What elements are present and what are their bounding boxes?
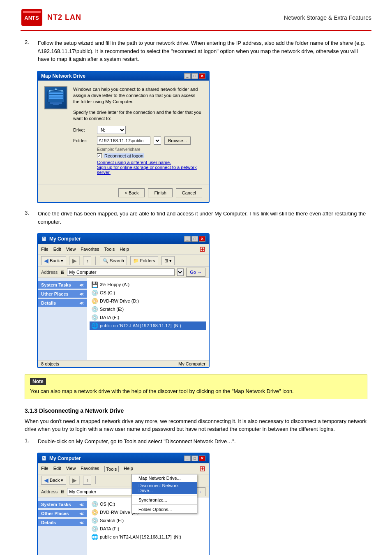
folder-input[interactable] <box>97 136 150 145</box>
folder-dropdown[interactable] <box>154 136 161 145</box>
back2-toolbar-btn[interactable]: ◀ Back ▾ <box>41 476 66 485</box>
drive-n[interactable]: 🌐 public on 'NT2-LAN [192.168.11.17]' (N… <box>90 321 206 330</box>
close-button[interactable]: ✕ <box>199 73 205 79</box>
drive2-e[interactable]: 💿 Scratch (E:) <box>90 516 206 525</box>
menu2-file[interactable]: File <box>41 466 48 472</box>
online-storage-link[interactable]: Sign up for online storage or connect to… <box>97 165 197 175</box>
views-toolbar-btn[interactable]: ⊞ ▾ <box>161 256 175 265</box>
views-dropdown: ▾ <box>169 258 172 264</box>
menu-disconnect-network-drive[interactable]: Disconnect Network Drive... <box>132 482 197 494</box>
windows-logo: ⊞ <box>199 245 205 254</box>
browse-button[interactable]: Browse... <box>164 136 191 145</box>
details-header-2[interactable]: Details ≪ <box>38 519 87 526</box>
menu-file[interactable]: File <box>41 247 48 252</box>
drive-e-icon: 💿 <box>91 306 98 312</box>
details-chevron-2: ≪ <box>79 520 83 525</box>
menu-synchronize[interactable]: Synchronize... <box>132 496 197 504</box>
drive2-e-label: Scratch (E:) <box>100 518 124 523</box>
map-dialog-icon <box>44 86 69 175</box>
other-places-header[interactable]: Uther Places ≪ <box>38 290 87 298</box>
address-value-2: My Computer <box>69 489 96 494</box>
drive-c-icon: 💿 <box>91 289 98 296</box>
other-places-label: Uther Places <box>41 291 69 296</box>
go-button-1[interactable]: Go → <box>186 268 205 277</box>
back-icon: ◀ <box>44 257 48 264</box>
forward-toolbar-btn[interactable]: ▶ <box>69 256 80 265</box>
drive-e[interactable]: 💿 Scratch (E:) <box>90 305 206 313</box>
drive-floppy[interactable]: 💾 3½ Floppy (A:) <box>90 280 206 289</box>
menu-view[interactable]: View <box>66 247 76 252</box>
menu2-favorites[interactable]: Favorites <box>81 466 99 472</box>
drive-select[interactable]: N: <box>97 126 126 134</box>
menu-tools[interactable]: Tools <box>104 247 115 252</box>
mycomp1-close[interactable]: ✕ <box>199 236 205 242</box>
back2-dropdown: ▾ <box>61 478 63 483</box>
drive-c[interactable]: 💿 OS (C:) <box>90 289 206 297</box>
up2-toolbar-btn[interactable]: ↑ <box>83 476 91 485</box>
details-header[interactable]: Details ≪ <box>38 299 87 307</box>
drive2-f[interactable]: 💿 DATA (F:) <box>90 525 206 533</box>
back-toolbar-btn[interactable]: ◀ Back ▾ <box>41 256 66 265</box>
drive-floppy-label: 3½ Floppy (A:) <box>100 282 129 287</box>
back-button[interactable]: < Back <box>118 188 145 197</box>
other-places-header-2[interactable]: Other Places ≪ <box>38 510 87 517</box>
folders-toolbar-btn[interactable]: 📁 Folders <box>130 256 158 265</box>
statusbar-objects: 8 objects <box>41 361 59 366</box>
menu-edit[interactable]: Edit <box>53 247 61 252</box>
drive2-e-icon: 💿 <box>91 517 98 524</box>
address-dropdown[interactable] <box>177 268 184 276</box>
menu2-edit[interactable]: Edit <box>53 466 61 472</box>
drive-f[interactable]: 💿 DATA (F:) <box>90 313 206 321</box>
menu2-view[interactable]: View <box>66 466 76 472</box>
folders-label: Folders <box>140 258 155 263</box>
system-tasks-header[interactable]: System Tasks ≪ <box>38 281 87 289</box>
reconnect-checkbox[interactable]: ✓ <box>97 153 102 158</box>
drive2-n[interactable]: 🌐 public on 'NT2-LAN [192.168.11.17]' (N… <box>90 533 206 541</box>
drive-d[interactable]: 📀 DVD-RW Drive (D:) <box>90 297 206 305</box>
svg-rect-5 <box>49 95 63 97</box>
drive-label: Drive: <box>73 127 94 132</box>
search-label: Search <box>110 258 124 263</box>
mycomp1-maximize[interactable]: □ <box>191 236 198 242</box>
mycomp1-menubar: File Edit View Favorites Tools Help ⊞ <box>38 244 209 255</box>
svg-point-11 <box>55 88 57 90</box>
finish-button[interactable]: Finish <box>148 188 172 197</box>
svg-text:ANTS: ANTS <box>24 15 39 21</box>
menu-folder-options[interactable]: Folder Options... <box>132 506 197 513</box>
menu2-tools[interactable]: Tools <box>104 466 119 472</box>
forward2-toolbar-btn[interactable]: ▶ <box>69 476 80 485</box>
menu2-help[interactable]: Help <box>124 466 133 472</box>
mycomp2-minimize[interactable]: _ <box>184 456 191 461</box>
drive2-f-label: DATA (F:) <box>100 526 119 531</box>
mycomp2-close[interactable]: ✕ <box>199 456 205 461</box>
system-tasks-header-2[interactable]: System Tasks ≪ <box>38 501 87 508</box>
address-input-1[interactable]: My Computer <box>67 268 175 276</box>
system-tasks-section: System Tasks ≪ <box>38 281 87 289</box>
menu-map-network-drive[interactable]: Map Network Drive... <box>132 474 197 482</box>
menu-favorites[interactable]: Favorites <box>81 247 99 252</box>
search-toolbar-btn[interactable]: 🔍 Search <box>100 256 127 265</box>
maximize-button[interactable]: □ <box>191 73 198 79</box>
drive2-n-icon: 🌐 <box>91 534 98 540</box>
step-dc-1-text: Double-click on My Computer, go to Tools… <box>38 437 236 446</box>
step-2: 2. Follow the setup wizard and fill in t… <box>25 39 367 63</box>
menu-help[interactable]: Help <box>120 247 129 252</box>
minimize-button[interactable]: _ <box>184 73 191 79</box>
mycomp2-sidebar: System Tasks ≪ Other Places ≪ Details <box>38 497 87 555</box>
drive-e-label: Scratch (E:) <box>100 307 124 312</box>
other-places-section-2: Other Places ≪ <box>38 510 87 517</box>
different-user-link[interactable]: Connect using a different user name. <box>97 160 171 165</box>
statusbar-right: My Computer <box>178 361 205 366</box>
drive-d-label: DVD-RW Drive (D:) <box>100 298 139 303</box>
views-icon: ⊞ <box>164 258 168 264</box>
folder-label: Folder: <box>73 138 94 143</box>
cancel-button[interactable]: Cancel <box>176 188 202 197</box>
address-value-1: My Computer <box>69 270 96 275</box>
drive2-f-icon: 💿 <box>91 525 98 532</box>
mycomp1-minimize[interactable]: _ <box>184 236 191 242</box>
up-toolbar-btn[interactable]: ↑ <box>83 256 91 265</box>
mycomp2-maximize[interactable]: □ <box>191 456 198 461</box>
system-tasks-chevron: ≪ <box>79 283 83 287</box>
forward2-icon: ▶ <box>72 477 77 483</box>
details-section-2: Details ≪ <box>38 519 87 526</box>
